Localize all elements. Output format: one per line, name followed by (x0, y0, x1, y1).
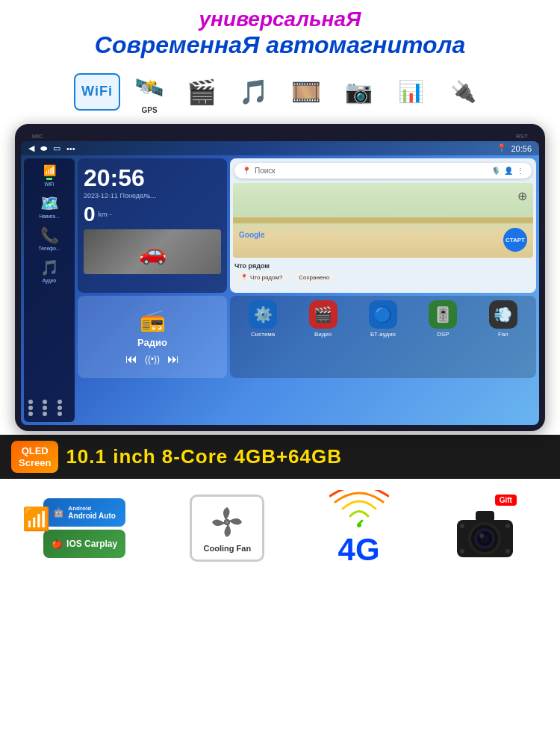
sidebar-nav-btn[interactable]: 🗺️ Навига... (25, 191, 73, 222)
sidebar-wifi-btn[interactable]: 📶 WiFi (25, 161, 73, 190)
svg-rect-11 (476, 511, 494, 521)
svg-point-14 (460, 524, 464, 528)
fan-icon: 💨 (489, 300, 517, 329)
app-dsp[interactable]: 🎚️ DSP (414, 300, 471, 374)
apple-icon: 🍎 (52, 539, 63, 549)
dot3 (57, 400, 62, 404)
feature-display: 📊 (388, 73, 434, 111)
specs-bar: QLED Screen 10.1 inch 8-Core 4GB+64GB (0, 435, 560, 479)
clock-date: 2023-12-11 Понедель... (84, 192, 221, 199)
recents-nav-icon[interactable]: ▭ (53, 143, 60, 153)
4g-label: 4G (338, 534, 380, 565)
screen-left-panel: 📶 WiFi 🗺️ Навига... 📞 Телефо... 🎵 (24, 158, 75, 422)
screen-bottom-row: 📻 Радио ⏮ ((•)) ⏭ ⚙️ Система (78, 296, 536, 378)
radio-prev-icon[interactable]: ⏮ (125, 353, 137, 366)
app-bt-audio[interactable]: 🔵 БТ-аудио (355, 300, 411, 374)
display-icon: 📊 (388, 73, 434, 111)
device-screen: ◀ ⬬ ▭ ••• 📍 20:56 📶 WiFi (21, 141, 539, 425)
fan-section: Cooling Fan (190, 495, 264, 562)
feature-gps: 🛰️ GPS (126, 69, 172, 114)
device-frame: MIC RST ◀ ⬬ ▭ ••• 📍 20:56 📶 (15, 124, 545, 431)
speed-value: 0 (84, 202, 96, 226)
screen-top-row: 20:56 2023-12-11 Понедель... 0 km··· 🚗 📍… (78, 158, 536, 293)
feature-usb: 🔌 (440, 73, 486, 111)
svg-point-2 (225, 521, 228, 524)
app-fan[interactable]: 💨 Fan (475, 300, 532, 374)
screen-content: 📶 WiFi 🗺️ Навига... 📞 Телефо... 🎵 (21, 155, 539, 425)
status-bar-left: ◀ ⬬ ▭ ••• (28, 143, 75, 153)
radio-play-icon[interactable]: ((•)) (145, 354, 160, 365)
audio-icon: 🎵 (40, 258, 59, 276)
sistema-icon: ⚙️ (249, 300, 277, 329)
dot5 (43, 406, 47, 410)
feature-wifi: WiFi (74, 73, 120, 111)
specs-text: 10.1 inch 8-Core 4GB+64GB (66, 445, 342, 468)
maps-start-button[interactable]: СТАРТ (503, 228, 527, 252)
dot7 (28, 412, 33, 416)
nearby-icon: 📍 (240, 274, 248, 281)
cooling-fan-label: Cooling Fan (204, 544, 252, 553)
nearby-btn2[interactable]: Сохранено (293, 273, 335, 282)
qled-line1: QLED (19, 445, 51, 457)
maps-mic-icon[interactable]: 🎙️ (491, 167, 500, 175)
radio-controls[interactable]: ⏮ ((•)) ⏭ (125, 353, 179, 366)
more-icon[interactable]: ••• (66, 144, 75, 153)
wifi-signal-icon (329, 490, 389, 531)
speed-unit: km··· (99, 211, 113, 218)
location-icon: 📍 (497, 143, 507, 153)
maps-location-icon: 📍 (242, 167, 251, 175)
nav-label: Навига... (40, 214, 60, 219)
phone-cards: 🤖 Android Android Auto 🍎 IOS Carplay (43, 498, 125, 558)
home-nav-icon[interactable]: ⬬ (40, 143, 47, 153)
maps-dots-icon[interactable]: ⋮ (517, 167, 524, 175)
music-icon: 🎵 (231, 73, 277, 111)
sidebar-phone-btn[interactable]: 📞 Телефо... (25, 223, 73, 254)
feature-film: 🎞️ (283, 73, 329, 111)
connectivity-section: 4G (329, 490, 389, 565)
google-logo: Google (239, 231, 264, 239)
radio-next-icon[interactable]: ⏭ (167, 353, 179, 366)
dsp-icon: 🎚️ (429, 300, 457, 329)
carplay-phone-area: 📶 🤖 Android Android Auto 🍎 IOS Carplay (43, 498, 125, 558)
feature-hd: 🎬 (178, 73, 225, 111)
maps-search-text: Поиск (255, 167, 276, 175)
feature-icons-row: WiFi 🛰️ GPS 🎬 🎵 🎞️ 📷 📊 🔌 (0, 63, 560, 120)
cooling-fan-box: Cooling Fan (190, 495, 264, 562)
maps-user-icon[interactable]: 👤 (504, 167, 513, 175)
nearby-btn1[interactable]: 📍 Что рядом? (234, 273, 288, 282)
speed-widget: 0 km··· (84, 202, 221, 226)
sidebar-audio-btn[interactable]: 🎵 Аудио (25, 255, 73, 286)
maps-widget[interactable]: 📍 Поиск 🎙️ 👤 ⋮ Google СТАРТ ⊕ (230, 158, 536, 293)
mic-label: MIC (32, 133, 43, 140)
maps-body: Google СТАРТ ⊕ (233, 183, 533, 258)
dot9 (57, 412, 62, 416)
back-nav-icon[interactable]: ◀ (28, 143, 34, 153)
status-bar-right: 📍 20:56 (497, 143, 532, 153)
rear-camera-icon (453, 505, 517, 561)
audio-label: Аудио (43, 278, 56, 283)
fan-label: Fan (498, 331, 508, 338)
sistema-label: Система (251, 331, 275, 338)
bt-icon: 🔵 (369, 300, 397, 329)
maps-search-bar[interactable]: 📍 Поиск 🎙️ 👤 ⋮ (234, 163, 532, 179)
sidebar-dots[interactable] (25, 397, 73, 419)
wifi-label: WiFi (45, 182, 55, 187)
app-video[interactable]: 🎬 Видео (294, 300, 351, 374)
maps-road (233, 217, 533, 223)
title-line1: универсальнаЯ (15, 7, 545, 31)
radio-widget: 📻 Радио ⏮ ((•)) ⏭ (78, 296, 227, 378)
wireless-icon: 📶 (22, 506, 50, 532)
dot8 (43, 412, 47, 416)
app-sistema[interactable]: ⚙️ Система (234, 300, 291, 374)
dot2 (43, 400, 47, 404)
bt-label: БТ-аудио (370, 331, 396, 338)
clock-time: 20:56 (84, 164, 221, 192)
android-auto-label: Android Android Auto (68, 505, 116, 520)
gps-icon: 🛰️ (126, 69, 172, 106)
feature-music: 🎵 (231, 73, 277, 111)
carplay-section: 📶 🤖 Android Android Auto 🍎 IOS Carplay (43, 498, 125, 558)
crosshair-icon[interactable]: ⊕ (517, 189, 527, 203)
dot1 (28, 400, 33, 404)
nav-app-icon: 🗺️ (40, 194, 59, 212)
svg-point-13 (505, 549, 510, 554)
